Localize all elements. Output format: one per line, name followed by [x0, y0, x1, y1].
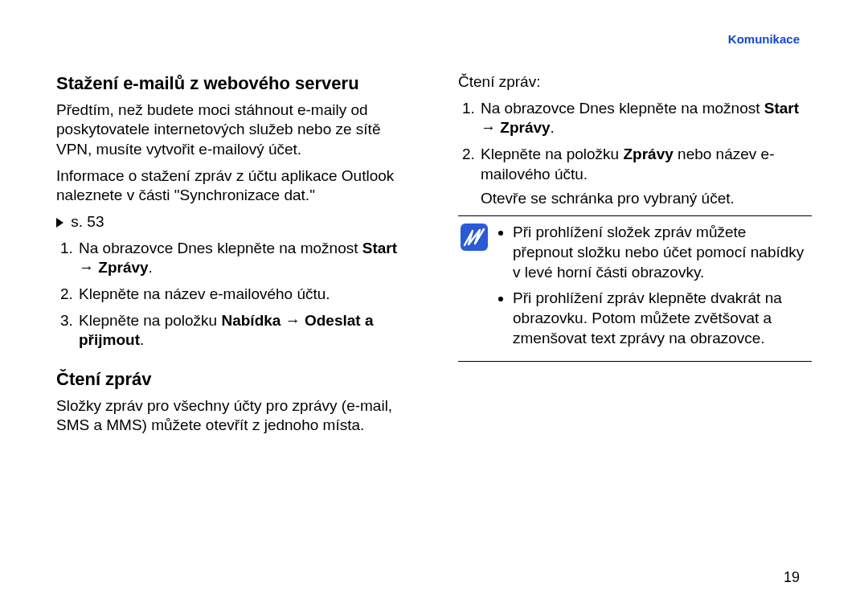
page-number: 19 — [784, 569, 800, 586]
section-header: Komunikace — [728, 32, 800, 46]
step-3: Klepněte na položku Nabídka → Odeslat a … — [77, 311, 410, 351]
step-3-tail: . — [140, 331, 144, 348]
steps-list-1: Na obrazovce Dnes klepněte na možnost St… — [56, 239, 410, 351]
note-icon — [460, 223, 489, 355]
r-step-1: Na obrazovce Dnes klepněte na možnost St… — [479, 99, 812, 138]
page-reference-text: s. 53 — [71, 213, 104, 230]
triangle-icon — [56, 218, 63, 228]
read-lead: Čtení zpráv: — [458, 72, 812, 92]
note-box: Při prohlížení složek zpráv můžete přepn… — [458, 215, 812, 362]
note-item-1: Při prohlížení složek zpráv můžete přepn… — [513, 223, 810, 282]
step-1: Na obrazovce Dnes klepněte na možnost St… — [77, 239, 410, 278]
step-2: Klepněte na název e-mailového účtu. — [77, 285, 410, 305]
step-3-text: Klepněte na položku — [79, 312, 221, 329]
page-reference: s. 53 — [56, 212, 410, 232]
right-column: Čtení zpráv: Na obrazovce Dnes klepněte … — [458, 72, 812, 442]
intro-paragraph-2: Informace o stažení zpráv z účtu aplikac… — [56, 166, 410, 206]
r-step-2-result: Otevře se schránka pro vybraný účet. — [481, 189, 812, 209]
read-messages-paragraph: Složky zpráv pro všechny účty pro zprávy… — [56, 396, 410, 436]
r-step-2-text: Klepněte na položku — [481, 146, 623, 162]
r-step-2: Klepněte na položku Zprávy nebo název e-… — [479, 145, 812, 209]
heading-download-email: Stažení e-mailů z webového serveru — [56, 72, 410, 96]
heading-read-messages: Čtení zpráv — [56, 368, 410, 392]
r-step-1-text: Na obrazovce Dnes klepněte na možnost — [481, 100, 764, 117]
left-column: Stažení e-mailů z webového serveru Předt… — [56, 72, 410, 442]
note-item-2: Při prohlížení zpráv klepněte dvakrát na… — [513, 289, 810, 348]
step-1-text: Na obrazovce Dnes klepněte na možnost — [79, 240, 362, 256]
step-1-tail: . — [149, 259, 153, 276]
steps-list-2: Na obrazovce Dnes klepněte na možnost St… — [458, 99, 812, 209]
intro-paragraph-1: Předtím, než budete moci stáhnout e-mail… — [56, 100, 410, 160]
note-content: Při prohlížení složek zpráv můžete přepn… — [498, 223, 810, 355]
r-step-2-bold: Zprávy — [623, 146, 673, 162]
r-step-1-tail: . — [551, 119, 555, 136]
